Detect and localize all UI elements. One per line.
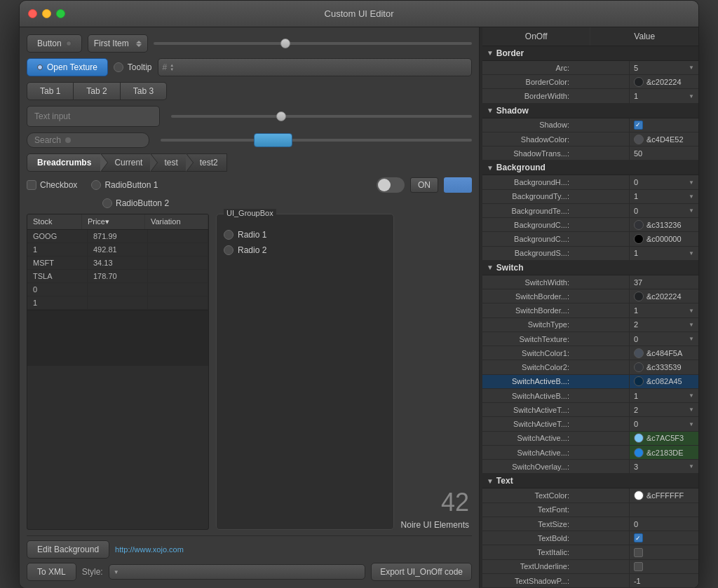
checkbox[interactable] bbox=[27, 180, 36, 190]
prop-bgte: BackgroundTe...: 0 ▼ bbox=[482, 204, 698, 218]
swactive3-ball bbox=[634, 433, 644, 443]
group-radio-2[interactable] bbox=[224, 245, 233, 255]
top-slider[interactable] bbox=[154, 42, 472, 45]
col-value: Value bbox=[590, 27, 698, 46]
tab-2[interactable]: Tab 2 bbox=[74, 82, 120, 100]
row-1: Button First Item bbox=[27, 34, 472, 53]
prop-textshadowp: TextShadowP...: -1 bbox=[482, 574, 698, 588]
swcolor1-ball bbox=[634, 348, 644, 358]
count-area: 42 Noire UI Elements bbox=[401, 214, 472, 530]
button-btn[interactable]: Button bbox=[27, 34, 82, 53]
export-btn[interactable]: Export UI_OnOff code bbox=[371, 563, 472, 581]
close-button[interactable] bbox=[28, 9, 37, 18]
prop-switchcolor1: SwitchColor1: &c484F5A bbox=[482, 346, 698, 360]
breadcrumb-home[interactable]: Breadcrumbs bbox=[27, 153, 102, 172]
prop-borderwidth: BorderWidth: 1 ▼ bbox=[482, 89, 698, 103]
maximize-button[interactable] bbox=[56, 9, 65, 18]
tooltip-radio[interactable] bbox=[114, 62, 123, 72]
radio-option-1[interactable]: Radio 1 bbox=[224, 230, 386, 240]
bordercolor-ball bbox=[634, 77, 644, 87]
style-dropdown[interactable]: ▼ bbox=[109, 564, 365, 580]
th-price[interactable]: Price▾ bbox=[82, 214, 145, 229]
edit-background-btn[interactable]: Edit Background bbox=[27, 540, 109, 559]
section-text[interactable]: ▼ Text bbox=[482, 474, 698, 488]
prop-switchactive4: SwitchActive...: &c2183DE bbox=[482, 446, 698, 460]
prop-textbold: TextBold: ✓ bbox=[482, 531, 698, 545]
table-row[interactable]: 1 492.81 bbox=[27, 243, 208, 257]
left-panel: Button First Item bbox=[20, 27, 480, 588]
count-display: 42 bbox=[441, 488, 469, 517]
open-texture-btn[interactable]: Open Texture bbox=[27, 58, 108, 76]
textbold-checkbox[interactable]: ✓ bbox=[634, 533, 643, 542]
textcolor-ball bbox=[634, 491, 644, 500]
textunderline-checkbox[interactable] bbox=[634, 562, 643, 571]
table-row[interactable]: 0 bbox=[27, 283, 208, 296]
traffic-lights bbox=[28, 9, 65, 18]
minimize-button[interactable] bbox=[42, 9, 51, 18]
window-title: Custom UI Editor bbox=[325, 8, 394, 19]
checkbox-radio-row: Checkbox RadioButton 1 ON bbox=[27, 177, 472, 193]
section-switch[interactable]: ▼ Switch bbox=[482, 261, 698, 275]
th-stock: Stock bbox=[27, 214, 82, 229]
table-row[interactable]: TSLA 178.70 bbox=[27, 270, 208, 283]
stock-table: Stock Price▾ Variation GOOG 871.99 1 492… bbox=[27, 214, 209, 530]
shadowcolor-ball bbox=[634, 135, 644, 144]
table-area: Stock Price▾ Variation GOOG 871.99 1 492… bbox=[27, 214, 472, 530]
section-background[interactable]: ▼ Background bbox=[482, 160, 698, 175]
on-button[interactable]: ON bbox=[410, 177, 438, 193]
to-xml-btn[interactable]: To XML bbox=[27, 563, 76, 581]
ios-switch[interactable] bbox=[444, 177, 472, 193]
textitalic-checkbox[interactable] bbox=[634, 548, 643, 557]
search-dot bbox=[65, 137, 71, 143]
color-input[interactable]: # ▲ ▼ bbox=[158, 58, 472, 76]
prop-shadow: Shadow: ✓ bbox=[482, 118, 698, 132]
xojo-link[interactable]: http://www.xojo.com bbox=[115, 545, 184, 554]
tab-1[interactable]: Tab 1 bbox=[27, 82, 74, 100]
text-slider[interactable] bbox=[171, 115, 472, 118]
table-row[interactable]: GOOG 871.99 bbox=[27, 230, 208, 243]
bottom-bar-2: To XML Style: ▼ Export UI_OnOff code bbox=[27, 559, 472, 581]
prop-switchborder2: SwitchBorder...: 1 ▼ bbox=[482, 303, 698, 317]
table-row[interactable]: 1 bbox=[27, 296, 208, 310]
search-row: Search bbox=[27, 132, 472, 148]
radio2-row: RadioButton 2 bbox=[27, 198, 472, 208]
prop-bgs: BackgroundS...: 1 ▼ bbox=[482, 247, 698, 261]
shadow-checkbox[interactable]: ✓ bbox=[634, 121, 643, 130]
radio2-wrap[interactable]: RadioButton 2 bbox=[102, 198, 169, 208]
prop-switchactivet2: SwitchActiveT...: 0 ▼ bbox=[482, 417, 698, 431]
breadcrumb-bar: Breadcrumbs Current test test2 bbox=[27, 153, 472, 172]
prop-switchwidth: SwitchWidth: 37 bbox=[482, 275, 698, 289]
prop-switchactiveb2: SwitchActiveB...: 1 ▼ bbox=[482, 389, 698, 403]
tab-3[interactable]: Tab 3 bbox=[121, 82, 167, 100]
section-border[interactable]: ▼ Border bbox=[482, 46, 698, 61]
button-indicator bbox=[66, 41, 72, 46]
noire-label: Noire UI Elements bbox=[401, 520, 469, 530]
swcolor2-ball bbox=[634, 362, 644, 372]
prop-switchoverlay: SwitchOverlay...: 3 ▼ bbox=[482, 460, 698, 474]
title-bar: Custom UI Editor bbox=[20, 1, 698, 27]
radio-option-2[interactable]: Radio 2 bbox=[224, 245, 386, 255]
breadcrumb-current[interactable]: Current bbox=[102, 153, 151, 172]
swactive4-ball bbox=[634, 448, 644, 458]
checkbox-wrap[interactable]: Checkbox bbox=[27, 180, 77, 190]
table-row[interactable]: MSFT 34.13 bbox=[27, 257, 208, 270]
radio1[interactable] bbox=[91, 180, 101, 190]
first-item-dropdown[interactable]: First Item bbox=[88, 34, 148, 53]
section-shadow[interactable]: ▼ Shadow bbox=[482, 104, 698, 118]
style-label: Style: bbox=[82, 567, 103, 577]
group-radio-1[interactable] bbox=[224, 230, 233, 240]
text-input-field[interactable]: Text input bbox=[27, 106, 160, 127]
search-field[interactable]: Search bbox=[27, 132, 149, 148]
radio2[interactable] bbox=[102, 198, 112, 208]
blue-slider-btn[interactable] bbox=[254, 133, 292, 147]
toggle-switch[interactable] bbox=[377, 177, 405, 193]
prop-switchborder1: SwitchBorder...: &c202224 bbox=[482, 289, 698, 303]
prop-switchactivet1: SwitchActiveT...: 2 ▼ bbox=[482, 403, 698, 417]
th-variation: Variation bbox=[145, 214, 208, 229]
search-slider[interactable] bbox=[161, 139, 472, 142]
radio1-wrap[interactable]: RadioButton 1 bbox=[91, 180, 158, 190]
prop-switchcolor2: SwitchColor2: &c333539 bbox=[482, 360, 698, 374]
prop-bgc2: BackgroundC...: &c000000 bbox=[482, 232, 698, 246]
prop-textsize: TextSize: 0 bbox=[482, 517, 698, 531]
right-panel: OnOff Value ▼ Border Arc: 5 ▼ BorderColo… bbox=[482, 27, 698, 588]
